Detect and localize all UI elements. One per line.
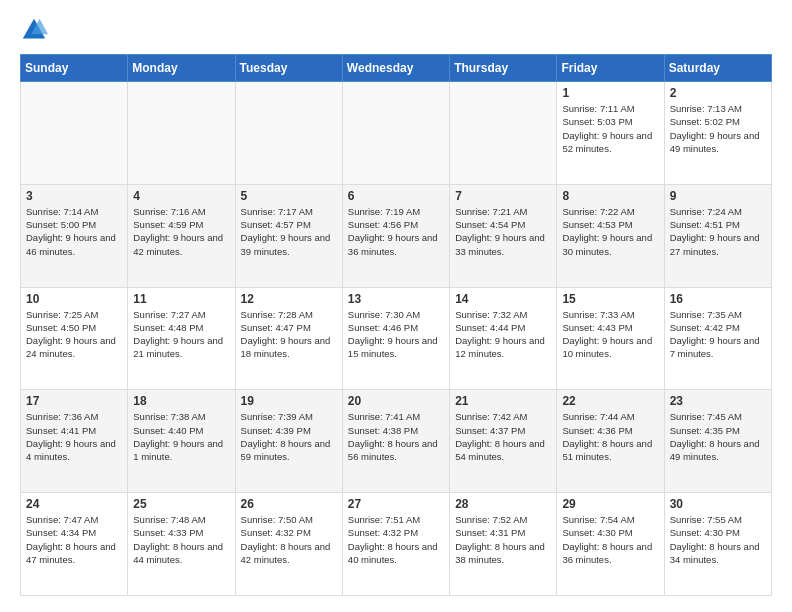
weekday-header-row: SundayMondayTuesdayWednesdayThursdayFrid…	[21, 55, 772, 82]
day-cell: 13Sunrise: 7:30 AMSunset: 4:46 PMDayligh…	[342, 287, 449, 390]
day-info: Sunrise: 7:50 AMSunset: 4:32 PMDaylight:…	[241, 513, 337, 566]
day-cell: 30Sunrise: 7:55 AMSunset: 4:30 PMDayligh…	[664, 493, 771, 596]
day-number: 26	[241, 497, 337, 511]
day-info: Sunrise: 7:13 AMSunset: 5:02 PMDaylight:…	[670, 102, 766, 155]
day-number: 16	[670, 292, 766, 306]
day-number: 29	[562, 497, 658, 511]
day-cell	[235, 82, 342, 185]
day-number: 3	[26, 189, 122, 203]
weekday-thursday: Thursday	[450, 55, 557, 82]
day-number: 9	[670, 189, 766, 203]
day-number: 7	[455, 189, 551, 203]
day-info: Sunrise: 7:51 AMSunset: 4:32 PMDaylight:…	[348, 513, 444, 566]
day-number: 18	[133, 394, 229, 408]
weekday-saturday: Saturday	[664, 55, 771, 82]
day-number: 11	[133, 292, 229, 306]
day-info: Sunrise: 7:54 AMSunset: 4:30 PMDaylight:…	[562, 513, 658, 566]
day-number: 17	[26, 394, 122, 408]
day-info: Sunrise: 7:38 AMSunset: 4:40 PMDaylight:…	[133, 410, 229, 463]
day-number: 28	[455, 497, 551, 511]
day-cell: 18Sunrise: 7:38 AMSunset: 4:40 PMDayligh…	[128, 390, 235, 493]
day-cell: 12Sunrise: 7:28 AMSunset: 4:47 PMDayligh…	[235, 287, 342, 390]
day-info: Sunrise: 7:39 AMSunset: 4:39 PMDaylight:…	[241, 410, 337, 463]
week-row-1: 1Sunrise: 7:11 AMSunset: 5:03 PMDaylight…	[21, 82, 772, 185]
day-info: Sunrise: 7:19 AMSunset: 4:56 PMDaylight:…	[348, 205, 444, 258]
day-cell: 2Sunrise: 7:13 AMSunset: 5:02 PMDaylight…	[664, 82, 771, 185]
day-cell: 21Sunrise: 7:42 AMSunset: 4:37 PMDayligh…	[450, 390, 557, 493]
week-row-3: 10Sunrise: 7:25 AMSunset: 4:50 PMDayligh…	[21, 287, 772, 390]
day-info: Sunrise: 7:25 AMSunset: 4:50 PMDaylight:…	[26, 308, 122, 361]
page: SundayMondayTuesdayWednesdayThursdayFrid…	[0, 0, 792, 612]
day-info: Sunrise: 7:42 AMSunset: 4:37 PMDaylight:…	[455, 410, 551, 463]
day-cell: 29Sunrise: 7:54 AMSunset: 4:30 PMDayligh…	[557, 493, 664, 596]
day-cell: 6Sunrise: 7:19 AMSunset: 4:56 PMDaylight…	[342, 184, 449, 287]
day-number: 30	[670, 497, 766, 511]
day-cell: 1Sunrise: 7:11 AMSunset: 5:03 PMDaylight…	[557, 82, 664, 185]
day-cell: 8Sunrise: 7:22 AMSunset: 4:53 PMDaylight…	[557, 184, 664, 287]
weekday-monday: Monday	[128, 55, 235, 82]
day-info: Sunrise: 7:52 AMSunset: 4:31 PMDaylight:…	[455, 513, 551, 566]
day-number: 25	[133, 497, 229, 511]
day-info: Sunrise: 7:45 AMSunset: 4:35 PMDaylight:…	[670, 410, 766, 463]
day-cell: 23Sunrise: 7:45 AMSunset: 4:35 PMDayligh…	[664, 390, 771, 493]
day-number: 10	[26, 292, 122, 306]
day-cell: 7Sunrise: 7:21 AMSunset: 4:54 PMDaylight…	[450, 184, 557, 287]
day-cell: 19Sunrise: 7:39 AMSunset: 4:39 PMDayligh…	[235, 390, 342, 493]
day-cell: 5Sunrise: 7:17 AMSunset: 4:57 PMDaylight…	[235, 184, 342, 287]
day-number: 12	[241, 292, 337, 306]
day-info: Sunrise: 7:17 AMSunset: 4:57 PMDaylight:…	[241, 205, 337, 258]
day-cell: 26Sunrise: 7:50 AMSunset: 4:32 PMDayligh…	[235, 493, 342, 596]
day-cell: 25Sunrise: 7:48 AMSunset: 4:33 PMDayligh…	[128, 493, 235, 596]
day-info: Sunrise: 7:11 AMSunset: 5:03 PMDaylight:…	[562, 102, 658, 155]
weekday-friday: Friday	[557, 55, 664, 82]
day-info: Sunrise: 7:30 AMSunset: 4:46 PMDaylight:…	[348, 308, 444, 361]
day-cell: 10Sunrise: 7:25 AMSunset: 4:50 PMDayligh…	[21, 287, 128, 390]
day-number: 14	[455, 292, 551, 306]
week-row-5: 24Sunrise: 7:47 AMSunset: 4:34 PMDayligh…	[21, 493, 772, 596]
weekday-sunday: Sunday	[21, 55, 128, 82]
day-number: 6	[348, 189, 444, 203]
logo	[20, 16, 52, 44]
header	[20, 16, 772, 44]
day-info: Sunrise: 7:33 AMSunset: 4:43 PMDaylight:…	[562, 308, 658, 361]
day-cell	[342, 82, 449, 185]
day-cell: 28Sunrise: 7:52 AMSunset: 4:31 PMDayligh…	[450, 493, 557, 596]
day-number: 1	[562, 86, 658, 100]
day-info: Sunrise: 7:14 AMSunset: 5:00 PMDaylight:…	[26, 205, 122, 258]
day-cell: 22Sunrise: 7:44 AMSunset: 4:36 PMDayligh…	[557, 390, 664, 493]
day-info: Sunrise: 7:41 AMSunset: 4:38 PMDaylight:…	[348, 410, 444, 463]
day-cell: 11Sunrise: 7:27 AMSunset: 4:48 PMDayligh…	[128, 287, 235, 390]
day-cell: 15Sunrise: 7:33 AMSunset: 4:43 PMDayligh…	[557, 287, 664, 390]
calendar-table: SundayMondayTuesdayWednesdayThursdayFrid…	[20, 54, 772, 596]
day-number: 21	[455, 394, 551, 408]
week-row-2: 3Sunrise: 7:14 AMSunset: 5:00 PMDaylight…	[21, 184, 772, 287]
day-info: Sunrise: 7:32 AMSunset: 4:44 PMDaylight:…	[455, 308, 551, 361]
day-cell: 4Sunrise: 7:16 AMSunset: 4:59 PMDaylight…	[128, 184, 235, 287]
day-cell: 16Sunrise: 7:35 AMSunset: 4:42 PMDayligh…	[664, 287, 771, 390]
week-row-4: 17Sunrise: 7:36 AMSunset: 4:41 PMDayligh…	[21, 390, 772, 493]
day-info: Sunrise: 7:22 AMSunset: 4:53 PMDaylight:…	[562, 205, 658, 258]
day-number: 5	[241, 189, 337, 203]
day-info: Sunrise: 7:16 AMSunset: 4:59 PMDaylight:…	[133, 205, 229, 258]
day-number: 24	[26, 497, 122, 511]
day-cell: 20Sunrise: 7:41 AMSunset: 4:38 PMDayligh…	[342, 390, 449, 493]
day-cell: 24Sunrise: 7:47 AMSunset: 4:34 PMDayligh…	[21, 493, 128, 596]
day-info: Sunrise: 7:35 AMSunset: 4:42 PMDaylight:…	[670, 308, 766, 361]
day-info: Sunrise: 7:36 AMSunset: 4:41 PMDaylight:…	[26, 410, 122, 463]
day-number: 19	[241, 394, 337, 408]
day-cell: 9Sunrise: 7:24 AMSunset: 4:51 PMDaylight…	[664, 184, 771, 287]
day-info: Sunrise: 7:55 AMSunset: 4:30 PMDaylight:…	[670, 513, 766, 566]
day-cell	[450, 82, 557, 185]
day-cell: 17Sunrise: 7:36 AMSunset: 4:41 PMDayligh…	[21, 390, 128, 493]
day-number: 2	[670, 86, 766, 100]
day-cell: 3Sunrise: 7:14 AMSunset: 5:00 PMDaylight…	[21, 184, 128, 287]
day-info: Sunrise: 7:48 AMSunset: 4:33 PMDaylight:…	[133, 513, 229, 566]
day-info: Sunrise: 7:28 AMSunset: 4:47 PMDaylight:…	[241, 308, 337, 361]
day-info: Sunrise: 7:21 AMSunset: 4:54 PMDaylight:…	[455, 205, 551, 258]
day-number: 20	[348, 394, 444, 408]
day-cell	[21, 82, 128, 185]
day-number: 13	[348, 292, 444, 306]
day-number: 15	[562, 292, 658, 306]
day-number: 23	[670, 394, 766, 408]
logo-icon	[20, 16, 48, 44]
